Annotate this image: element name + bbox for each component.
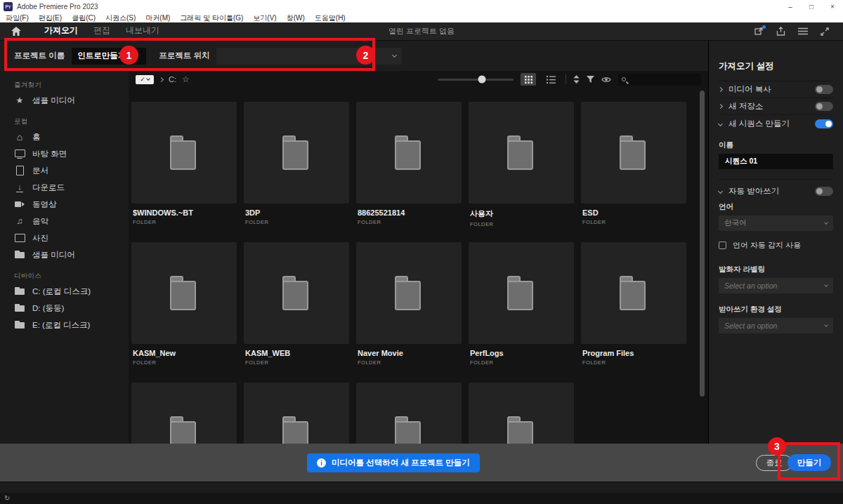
list-view-button[interactable] bbox=[543, 73, 558, 86]
folder-thumbnail[interactable] bbox=[131, 242, 237, 344]
project-location-select[interactable] bbox=[216, 48, 402, 65]
setting-row-new-storage[interactable]: 새 저장소 bbox=[719, 98, 833, 115]
menu-item[interactable]: 창(W) bbox=[287, 13, 305, 23]
sidebar-item[interactable]: E: (로컬 디스크) bbox=[0, 317, 129, 333]
search-icon bbox=[622, 77, 626, 81]
new-sequence-toggle[interactable] bbox=[815, 119, 833, 128]
fullscreen-icon[interactable] bbox=[821, 27, 829, 36]
folder-icon bbox=[395, 135, 423, 170]
folder-tile[interactable]: 3DP FOLDER bbox=[244, 102, 349, 242]
folder-thumbnail[interactable] bbox=[469, 383, 574, 444]
thumbnail-zoom-slider[interactable] bbox=[438, 79, 514, 81]
transcription-pref-select[interactable]: Select an option bbox=[719, 318, 833, 333]
share-icon[interactable] bbox=[776, 27, 785, 36]
sidebar-item[interactable]: 홈 bbox=[0, 128, 129, 145]
sidebar-item[interactable]: 사진 bbox=[0, 230, 129, 246]
folder-thumbnail[interactable] bbox=[469, 242, 574, 344]
chevron-right-icon[interactable] bbox=[718, 104, 723, 109]
chevron-down-icon[interactable] bbox=[718, 121, 723, 126]
folder-tile-partial[interactable] bbox=[356, 383, 462, 444]
sidebar-item[interactable]: C: (로컬 디스크) bbox=[0, 283, 129, 300]
minimize-icon[interactable]: – bbox=[780, 0, 801, 13]
folder-type: FOLDER bbox=[582, 359, 686, 366]
search-input[interactable] bbox=[618, 74, 701, 86]
tab-export[interactable]: 내보내기 bbox=[118, 22, 167, 40]
folder-tile[interactable]: ESD FOLDER bbox=[581, 102, 686, 242]
sort-icon[interactable] bbox=[573, 75, 580, 84]
menu-item[interactable]: 편집(E) bbox=[39, 13, 62, 23]
folder-thumbnail[interactable] bbox=[356, 383, 462, 444]
setting-row-transcription[interactable]: 자동 받아쓰기 bbox=[719, 183, 833, 199]
select-all-checkbox[interactable]: ✓ bbox=[136, 75, 154, 84]
sidebar-item[interactable]: 음악 bbox=[0, 213, 129, 230]
folder-tile[interactable]: PerfLogs FOLDER bbox=[469, 242, 574, 383]
folder-thumbnail[interactable] bbox=[244, 242, 349, 344]
folder-thumbnail[interactable] bbox=[356, 242, 462, 344]
new-storage-toggle[interactable] bbox=[815, 102, 833, 111]
vertical-scrollbar[interactable] bbox=[700, 91, 705, 397]
favorite-star-icon[interactable]: ☆ bbox=[182, 75, 190, 84]
folder-tile-partial[interactable] bbox=[244, 383, 349, 444]
grid-view-button[interactable] bbox=[521, 73, 536, 86]
filter-icon[interactable] bbox=[587, 76, 594, 83]
setting-row-new-sequence[interactable]: 새 시퀀스 만들기 bbox=[719, 115, 833, 132]
menu-item[interactable]: 도움말(H) bbox=[315, 13, 346, 23]
select-media-banner[interactable]: 미디어를 선택하여 새 프로젝트 만들기 bbox=[307, 453, 480, 472]
preview-eye-icon[interactable] bbox=[601, 77, 611, 83]
sidebar-item[interactable]: 동영상 bbox=[0, 196, 129, 213]
home-icon[interactable] bbox=[11, 27, 21, 36]
project-name-input[interactable]: 인트로만들기 bbox=[72, 48, 146, 65]
menu-item[interactable]: 파일(F) bbox=[6, 13, 29, 23]
setting-row-copy-media[interactable]: 미디어 복사 bbox=[719, 81, 833, 98]
quick-export-icon[interactable] bbox=[754, 27, 764, 36]
menu-item[interactable]: 클립(C) bbox=[72, 13, 96, 23]
speaker-labeling-select[interactable]: Select an option bbox=[719, 278, 833, 293]
sidebar-item[interactable]: 샘플 미디어 bbox=[0, 246, 129, 263]
folder-tile-partial[interactable] bbox=[469, 383, 574, 444]
sidebar-section-favorites: 즐겨찾기 bbox=[14, 81, 129, 90]
copy-media-toggle[interactable] bbox=[815, 85, 833, 94]
maximize-icon[interactable]: □ bbox=[801, 0, 822, 13]
workspace-menu-icon[interactable] bbox=[798, 27, 808, 35]
folder-tile[interactable]: KASM_New FOLDER bbox=[131, 242, 237, 383]
close-icon[interactable]: × bbox=[822, 0, 843, 13]
folder-type: FOLDER bbox=[470, 359, 574, 366]
folder-thumbnail[interactable] bbox=[356, 102, 462, 204]
menu-item[interactable]: 보기(V) bbox=[253, 13, 276, 23]
chevron-right-icon[interactable] bbox=[718, 87, 723, 92]
folder-tile[interactable]: Program Files FOLDER bbox=[581, 242, 686, 383]
folder-tile[interactable]: 사용자 FOLDER bbox=[469, 102, 574, 242]
tab-edit[interactable]: 편집 bbox=[86, 22, 118, 40]
folder-tile[interactable]: $WINDOWS.~BT FOLDER bbox=[131, 102, 237, 242]
folder-thumbnail[interactable] bbox=[581, 242, 686, 344]
transcription-toggle[interactable] bbox=[815, 187, 833, 196]
folder-thumbnail[interactable] bbox=[469, 102, 574, 204]
folder-tile[interactable]: 88625521814 FOLDER bbox=[356, 102, 462, 242]
folder-thumbnail[interactable] bbox=[581, 102, 686, 204]
slider-knob[interactable] bbox=[478, 76, 485, 84]
menu-item[interactable]: 그래픽 및 타이틀(G) bbox=[180, 13, 243, 23]
sidebar-item[interactable]: 문서 bbox=[0, 162, 129, 179]
folder-thumbnail[interactable] bbox=[131, 383, 237, 444]
sequence-name-input[interactable]: 시퀀스 01 bbox=[719, 154, 833, 169]
folder-tile[interactable]: KASM_WEB FOLDER bbox=[244, 242, 349, 383]
tab-import[interactable]: 가져오기 bbox=[37, 22, 86, 40]
auto-detect-checkbox[interactable] bbox=[719, 241, 726, 249]
sidebar-item[interactable]: 샘플 미디어 bbox=[0, 92, 129, 109]
menu-item[interactable]: 마커(M) bbox=[145, 13, 170, 23]
folder-thumbnail[interactable] bbox=[131, 102, 237, 204]
folder-tile-partial[interactable] bbox=[131, 383, 237, 444]
menu-item[interactable]: 시퀀스(S) bbox=[105, 13, 136, 23]
folder-tile[interactable]: Naver Movie FOLDER bbox=[356, 242, 462, 383]
sidebar-item[interactable]: 다운로드 bbox=[0, 179, 129, 196]
folder-thumbnail[interactable] bbox=[244, 383, 349, 444]
language-select[interactable]: 한국어 bbox=[719, 215, 833, 231]
breadcrumb-path[interactable]: C: bbox=[169, 75, 176, 84]
auto-detect-row[interactable]: 언어 자동 감지 사용 bbox=[719, 240, 833, 251]
sidebar-item[interactable]: D: (둥둥) bbox=[0, 300, 129, 317]
create-button[interactable]: 만들기 bbox=[788, 454, 831, 471]
folder-thumbnail[interactable] bbox=[244, 102, 349, 204]
sidebar-item-label: D: (둥둥) bbox=[32, 303, 64, 314]
sidebar-item[interactable]: 바탕 화면 bbox=[0, 145, 129, 162]
chevron-down-icon[interactable] bbox=[718, 188, 723, 193]
